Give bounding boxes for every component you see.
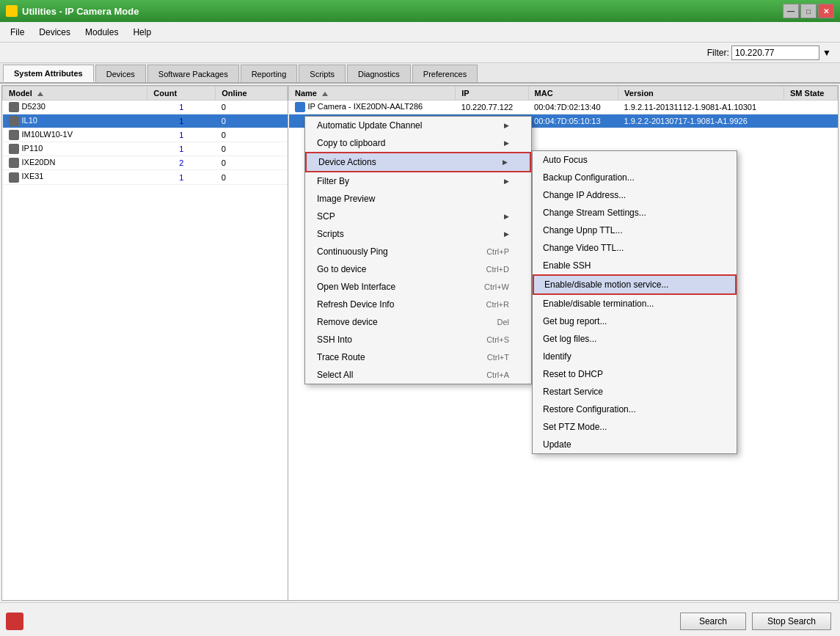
col-model[interactable]: Model — [3, 87, 147, 100]
submenu-arrow-icon: ▶ — [504, 230, 509, 238]
submenu-item[interactable]: Identify — [533, 348, 737, 365]
context-menu-item[interactable]: Open Web InterfaceCtrl+W — [305, 278, 531, 296]
table-row[interactable]: D5230 1 0 — [3, 100, 288, 114]
menu-item-label: Scripts — [317, 229, 344, 239]
menu-bar: File Devices Modules Help — [0, 22, 840, 43]
table-row[interactable]: IP110 1 0 — [3, 142, 288, 156]
col-sm-state[interactable]: SM State — [784, 87, 837, 100]
status-bar: Search Stop Search — [0, 602, 840, 636]
menu-file[interactable]: File — [3, 24, 32, 40]
submenu-item[interactable]: Update — [533, 436, 737, 453]
col-version[interactable]: Version — [618, 87, 784, 100]
stop-search-button[interactable]: Stop Search — [752, 613, 831, 630]
search-button[interactable]: Search — [680, 613, 746, 630]
device-online: 0 — [216, 170, 288, 184]
minimize-button[interactable]: — — [783, 4, 799, 18]
menu-item-shortcut: Ctrl+D — [486, 265, 509, 274]
menu-help[interactable]: Help — [125, 24, 158, 40]
menu-devices[interactable]: Devices — [32, 24, 78, 40]
context-menu-item[interactable]: Image Preview — [305, 190, 531, 208]
tab-scripts[interactable]: Scripts — [299, 65, 346, 82]
context-menu-item[interactable]: Refresh Device InfoCtrl+R — [305, 296, 531, 313]
context-menu-item[interactable]: Automatic Update Channel▶ — [305, 117, 531, 134]
context-menu-item[interactable]: Copy to clipboard▶ — [305, 134, 531, 152]
col-ip[interactable]: IP — [456, 87, 528, 100]
filter-input[interactable] — [731, 45, 819, 60]
device-model: IP110 — [3, 142, 147, 156]
menu-item-shortcut: Ctrl+P — [486, 247, 509, 256]
tab-diagnostics[interactable]: Diagnostics — [347, 65, 411, 82]
device-icon — [9, 158, 19, 168]
maximize-button[interactable]: □ — [800, 4, 817, 18]
submenu-item[interactable]: Change Upnp TTL... — [533, 222, 737, 239]
submenu-item[interactable]: Backup Configuration... — [533, 169, 737, 186]
menu-modules[interactable]: Modules — [78, 24, 125, 40]
context-menu-item[interactable]: Continuously PingCtrl+P — [305, 243, 531, 260]
window-controls: — □ ✕ — [783, 4, 834, 18]
context-menu-item[interactable]: Select AllCtrl+A — [305, 366, 531, 384]
menu-item-shortcut: Ctrl+W — [484, 282, 509, 291]
context-menu-item[interactable]: Go to deviceCtrl+D — [305, 260, 531, 278]
table-row[interactable]: IP Camera - IXE20DN-AALT286 10.220.77.12… — [289, 100, 838, 114]
table-row[interactable]: IXE31 1 0 — [3, 170, 288, 184]
device-sm-state — [784, 100, 837, 114]
device-sm-state — [784, 114, 837, 128]
submenu-item-label: Enable/disable termination... — [543, 299, 654, 309]
submenu-item[interactable]: Change IP Address... — [533, 186, 737, 204]
device-mac: 00:04:7D:02:13:40 — [528, 100, 618, 114]
device-count: 1 — [147, 142, 216, 156]
filter-dropdown-arrow[interactable]: ▼ — [822, 48, 831, 58]
submenu-item-label: Change Stream Settings... — [543, 208, 646, 218]
submenu-item[interactable]: Enable/disable termination... — [533, 295, 737, 312]
submenu-item[interactable]: Restart Service — [533, 383, 737, 401]
tab-reporting[interactable]: Reporting — [241, 65, 298, 82]
context-menu-item[interactable]: Device Actions▶ — [305, 152, 531, 172]
device-name: IP Camera - IXE20DN-AALT286 — [289, 100, 456, 114]
tab-software-packages[interactable]: Software Packages — [147, 65, 239, 82]
tab-devices[interactable]: Devices — [95, 65, 146, 82]
table-row[interactable]: IM10LW10-1V 1 0 — [3, 128, 288, 142]
menu-item-label: Open Web Interface — [317, 282, 395, 292]
device-online: 0 — [216, 142, 288, 156]
submenu-item-label: Backup Configuration... — [543, 172, 635, 183]
context-menu-item[interactable]: SSH IntoCtrl+S — [305, 331, 531, 348]
submenu-item[interactable]: Set PTZ Mode... — [533, 418, 737, 436]
device-ip: 10.220.77.122 — [456, 100, 528, 114]
device-count: 1 — [147, 170, 216, 184]
submenu-arrow-icon: ▶ — [504, 139, 509, 147]
title-bar: Utilities - IP Camera Mode — □ ✕ — [0, 0, 840, 22]
device-icon — [9, 116, 19, 126]
context-menu-item[interactable]: Filter By▶ — [305, 172, 531, 190]
device-icon — [295, 116, 305, 126]
col-mac[interactable]: MAC — [528, 87, 618, 100]
submenu-item[interactable]: Change Stream Settings... — [533, 204, 737, 222]
col-name[interactable]: Name — [289, 87, 456, 100]
col-online[interactable]: Online — [216, 87, 288, 100]
context-menu-item[interactable]: SCP▶ — [305, 208, 531, 225]
device-icon — [9, 144, 19, 154]
col-count[interactable]: Count — [147, 87, 216, 100]
close-button[interactable]: ✕ — [818, 4, 834, 18]
submenu-item[interactable]: Reset to DHCP — [533, 365, 737, 383]
context-menu-item[interactable]: Remove deviceDel — [305, 313, 531, 331]
table-row[interactable]: IXE20DN 2 0 — [3, 156, 288, 170]
submenu-item[interactable]: Auto Focus — [533, 151, 737, 169]
tab-preferences[interactable]: Preferences — [412, 65, 478, 82]
submenu-item[interactable]: Enable SSH — [533, 257, 737, 274]
submenu-item[interactable]: Get bug report... — [533, 312, 737, 330]
submenu-item[interactable]: Change Video TTL... — [533, 239, 737, 257]
context-menu-item[interactable]: Scripts▶ — [305, 225, 531, 243]
context-menu-item[interactable]: Trace RouteCtrl+T — [305, 348, 531, 366]
submenu-item-label: Auto Focus — [543, 155, 588, 165]
submenu-item[interactable]: Get log files... — [533, 330, 737, 348]
device-online: 0 — [216, 100, 288, 114]
submenu-item[interactable]: Restore Configuration... — [533, 401, 737, 418]
submenu-arrow-icon: ▶ — [503, 158, 508, 166]
tab-system-attributes[interactable]: System Attributes — [3, 65, 94, 82]
table-row[interactable]: IL10 1 0 — [3, 114, 288, 128]
menu-item-label: Copy to clipboard — [317, 138, 385, 148]
menu-item-label: Filter By — [317, 176, 349, 186]
submenu-item-label: Get log files... — [543, 334, 596, 344]
device-count: 1 — [147, 100, 216, 114]
submenu-item[interactable]: Enable/disable motion service... — [533, 274, 737, 295]
